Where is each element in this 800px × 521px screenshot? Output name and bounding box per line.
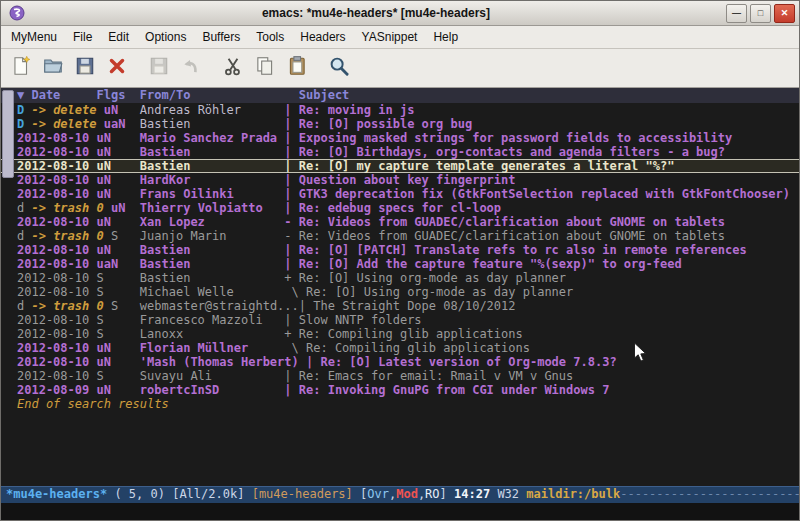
text-segment: \ Re: Compiling glib applications bbox=[292, 341, 530, 355]
cut-button[interactable] bbox=[218, 53, 248, 83]
cut-icon bbox=[222, 55, 244, 81]
menu-item-tools[interactable]: Tools bbox=[248, 27, 292, 47]
undo-button[interactable] bbox=[176, 53, 206, 83]
open-file-icon bbox=[42, 55, 64, 81]
buffer-area[interactable]: ▼ Date Flgs From/To Subject D -> delete … bbox=[1, 88, 799, 486]
text-segment: 2012-08-10 uaN Bastien | Re: [O] Add the… bbox=[17, 257, 682, 271]
text-segment: Andreas Röhler bbox=[140, 103, 285, 117]
text-segment: 2012-08-10 uN Bastien | Re: [O] [PATCH] … bbox=[17, 243, 747, 257]
save-as-button[interactable] bbox=[144, 53, 174, 83]
text-segment: d bbox=[17, 201, 31, 215]
text-segment: Mod bbox=[396, 487, 418, 501]
text-segment: D bbox=[17, 117, 31, 131]
text-segment: 2012-08-10 uN Bastien | Re: [O] Birthday… bbox=[17, 145, 725, 159]
message-row[interactable]: d -> trash 0 uN Thierry Volpiatto | Re: … bbox=[1, 201, 799, 215]
menu-item-mymenu[interactable]: MyMenu bbox=[3, 27, 65, 47]
message-row[interactable]: 2012-08-10 S Francesco Mazzoli | Slow NN… bbox=[1, 313, 799, 327]
message-row[interactable]: 2012-08-10 uN 'Mash (Thomas Herbert) | R… bbox=[1, 355, 799, 369]
message-row[interactable]: 2012-08-10 uN Florian Müllner \ Re: Comp… bbox=[1, 341, 799, 355]
message-row[interactable]: 2012-08-10 S Michael Welle \ Re: [O] Usi… bbox=[1, 285, 799, 299]
end-of-search-results: End of search results bbox=[1, 397, 799, 411]
text-segment: uN bbox=[104, 103, 140, 117]
text-segment: ▼ Date Flgs From/To Subject bbox=[17, 88, 349, 102]
window-controls: —□✕ bbox=[723, 4, 795, 23]
text-segment: 2012-08-10 uN Bastien | Re: [O] my captu… bbox=[17, 159, 674, 173]
text-segment: 2012-08-10 S Michael Welle \ Re: [O] Usi… bbox=[17, 285, 573, 299]
message-row[interactable]: 2012-08-10 uN Bastien | Re: [O] Birthday… bbox=[1, 145, 799, 159]
message-row[interactable]: d -> trash 0 S Juanjo Marin - Re: Videos… bbox=[1, 229, 799, 243]
window-title: emacs: *mu4e-headers* [mu4e-headers] bbox=[29, 6, 723, 20]
menu-item-buffers[interactable]: Buffers bbox=[194, 27, 248, 47]
text-segment: RO bbox=[425, 487, 439, 501]
text-segment: S webmaster@straightd...| The Straight D… bbox=[111, 299, 516, 313]
menu-item-options[interactable]: Options bbox=[137, 27, 194, 47]
text-segment: 2012-08-10 uN HardKor | Question about k… bbox=[17, 173, 516, 187]
message-row[interactable]: 2012-08-10 uN Xan Lopez - Re: Videos fro… bbox=[1, 215, 799, 229]
text-segment: *mu4e-headers* bbox=[6, 487, 114, 501]
text-segment: d bbox=[17, 229, 31, 243]
search-button[interactable] bbox=[324, 53, 354, 83]
text-segment: Ovr bbox=[367, 487, 389, 501]
new-file-icon bbox=[10, 55, 32, 81]
minimize-button[interactable]: — bbox=[726, 4, 747, 23]
maximize-button[interactable]: □ bbox=[750, 4, 771, 23]
open-file-button[interactable] bbox=[38, 53, 68, 83]
copy-button[interactable] bbox=[250, 53, 280, 83]
text-segment: -> trash 0 bbox=[31, 229, 110, 243]
menu-item-edit[interactable]: Edit bbox=[100, 27, 137, 47]
text-segment: W32 bbox=[497, 487, 526, 501]
message-row[interactable]: 2012-08-10 S Bastien + Re: [O] Using org… bbox=[1, 271, 799, 285]
text-segment: D bbox=[17, 103, 31, 117]
message-row[interactable]: 2012-08-10 uN HardKor | Question about k… bbox=[1, 173, 799, 187]
text-segment: 2012-08-10 uN Xan Lopez - Re: Videos fro… bbox=[17, 215, 725, 229]
mode-line[interactable]: *mu4e-headers* ( 5, 0) [All/2.0k] [mu4e-… bbox=[1, 486, 799, 503]
message-row[interactable]: 2012-08-10 S Suvayu Ali | Re: Emacs for … bbox=[1, 369, 799, 383]
paste-button[interactable] bbox=[282, 53, 312, 83]
scrollbar-thumb[interactable] bbox=[2, 90, 14, 178]
undo-icon bbox=[180, 55, 202, 81]
text-segment: ] bbox=[440, 487, 454, 501]
close-buffer-button[interactable] bbox=[102, 53, 132, 83]
title-bar[interactable]: emacs: *mu4e-headers* [mu4e-headers] —□✕ bbox=[1, 1, 799, 26]
text-segment: 2012-08-10 uN Frans Oilinki | GTK3 depre… bbox=[17, 187, 790, 201]
message-row[interactable]: 2012-08-10 S Lanoxx + Re: Compiling glib… bbox=[1, 327, 799, 341]
paste-icon bbox=[286, 55, 308, 81]
text-segment: maildir:/bulk bbox=[526, 487, 620, 501]
text-segment: ----------------------------------------… bbox=[620, 487, 799, 501]
message-row[interactable]: D -> delete uN Andreas Röhler | Re: movi… bbox=[1, 103, 799, 117]
copy-icon bbox=[254, 55, 276, 81]
headers-column-header[interactable]: ▼ Date Flgs From/To Subject bbox=[1, 88, 799, 103]
message-row-current[interactable]: 2012-08-10 uN Bastien | Re: [O] my captu… bbox=[1, 159, 799, 173]
close-button[interactable]: ✕ bbox=[774, 4, 795, 23]
text-segment: Bastien bbox=[140, 117, 285, 131]
text-segment: 2012-08-10 uN Florian Müllner bbox=[17, 341, 292, 355]
text-segment: -> trash 0 bbox=[31, 201, 110, 215]
menu-item-headers[interactable]: Headers bbox=[292, 27, 353, 47]
menu-item-help[interactable]: Help bbox=[425, 27, 466, 47]
message-row[interactable]: 2012-08-10 uN Frans Oilinki | GTK3 depre… bbox=[1, 187, 799, 201]
new-file-button[interactable] bbox=[6, 53, 36, 83]
text-segment: 2012-08-10 S Francesco Mazzoli | Slow NN… bbox=[17, 313, 422, 327]
menu-item-yasnippet[interactable]: YASnippet bbox=[354, 27, 426, 47]
text-segment: ( 5, 0) [All/2.0k] bbox=[114, 487, 251, 501]
echo-area[interactable] bbox=[1, 503, 799, 520]
text-segment: d bbox=[17, 299, 31, 313]
text-segment: 14:27 bbox=[454, 487, 497, 501]
text-segment: 2012-08-09 uN robertcInSD | Re: Invoking… bbox=[17, 383, 609, 397]
message-row[interactable]: 2012-08-10 uaN Bastien | Re: [O] Add the… bbox=[1, 257, 799, 271]
text-segment: -> trash 0 bbox=[31, 299, 110, 313]
message-row[interactable]: d -> trash 0 S webmaster@straightd...| T… bbox=[1, 299, 799, 313]
text-segment: 2012-08-10 S Suvayu Ali | Re: Emacs for … bbox=[17, 369, 573, 383]
message-list: D -> delete uN Andreas Röhler | Re: movi… bbox=[1, 103, 799, 411]
message-row[interactable]: 2012-08-09 uN robertcInSD | Re: Invoking… bbox=[1, 383, 799, 397]
text-segment: 2012-08-10 uN 'Mash (Thomas Herbert) | R… bbox=[17, 355, 617, 369]
save-as-icon bbox=[148, 55, 170, 81]
message-row[interactable]: 2012-08-10 uN Bastien | Re: [O] [PATCH] … bbox=[1, 243, 799, 257]
emacs-app-icon bbox=[9, 5, 25, 21]
message-row[interactable]: D -> delete uaN Bastien | Re: [O] possib… bbox=[1, 117, 799, 131]
message-row[interactable]: 2012-08-10 uN Mario Sanchez Prada | Expo… bbox=[1, 131, 799, 145]
text-segment: | Re: [O] possible org bug bbox=[284, 117, 472, 131]
menu-item-file[interactable]: File bbox=[65, 27, 100, 47]
save-button[interactable] bbox=[70, 53, 100, 83]
text-segment: | Re: moving in js bbox=[284, 103, 414, 117]
